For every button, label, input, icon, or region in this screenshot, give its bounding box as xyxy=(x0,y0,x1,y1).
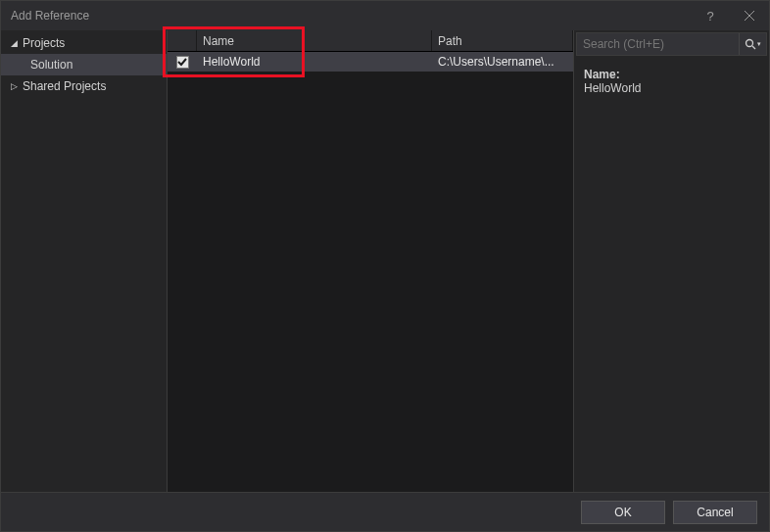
row-checkbox-cell xyxy=(168,56,197,69)
sidebar-item-shared-projects[interactable]: ▷ Shared Projects xyxy=(1,75,167,97)
dialog-footer: OK Cancel xyxy=(1,492,769,531)
details-panel: ▾ Name: HelloWorld xyxy=(573,30,769,492)
row-path-cell: C:\Users\Username\... xyxy=(432,55,573,69)
sidebar: ◢ Projects Solution ▷ Shared Projects xyxy=(1,30,168,492)
search-input[interactable] xyxy=(577,37,739,51)
ok-button-label: OK xyxy=(614,506,631,519)
list-header: Name Path xyxy=(168,30,573,52)
cancel-button-label: Cancel xyxy=(697,506,733,519)
sidebar-item-solution[interactable]: Solution xyxy=(1,54,167,75)
details: Name: HelloWorld xyxy=(574,62,769,101)
list-body: HelloWorld C:\Users\Username\... xyxy=(168,52,573,492)
search-box[interactable]: ▾ xyxy=(576,32,767,56)
help-button[interactable]: ? xyxy=(691,1,730,30)
column-checkbox[interactable] xyxy=(168,30,197,51)
ok-button[interactable]: OK xyxy=(581,501,665,524)
dialog-body: ◢ Projects Solution ▷ Shared Projects Na… xyxy=(1,30,769,492)
chevron-right-icon: ▷ xyxy=(9,81,19,91)
row-path: C:\Users\Username\... xyxy=(438,55,554,69)
window-title: Add Reference xyxy=(1,9,691,23)
sidebar-item-label: Projects xyxy=(23,36,65,50)
cancel-button[interactable]: Cancel xyxy=(673,501,757,524)
details-name-label: Name: xyxy=(584,68,759,81)
column-path[interactable]: Path xyxy=(432,30,573,51)
dropdown-caret-icon: ▾ xyxy=(757,40,761,48)
main-wrap: Name Path HelloWorld C:\Users\Username\.… xyxy=(168,30,769,492)
column-name[interactable]: Name xyxy=(197,30,432,51)
svg-point-2 xyxy=(746,40,753,47)
add-reference-dialog: Add Reference ? ◢ Projects Solution ▷ Sh… xyxy=(0,0,770,532)
chevron-down-icon: ◢ xyxy=(9,38,19,48)
titlebar: Add Reference ? xyxy=(1,1,769,30)
column-name-label: Name xyxy=(203,34,234,48)
column-path-label: Path xyxy=(438,34,462,48)
search-button[interactable]: ▾ xyxy=(739,33,766,55)
close-button[interactable] xyxy=(730,1,769,30)
sidebar-item-label: Shared Projects xyxy=(23,79,106,93)
row-name-cell: HelloWorld xyxy=(197,55,432,69)
close-icon xyxy=(745,11,754,21)
check-icon xyxy=(177,57,187,67)
search-icon xyxy=(745,38,756,50)
details-name-value: HelloWorld xyxy=(584,81,759,95)
sidebar-item-label: Solution xyxy=(30,58,72,72)
table-row[interactable]: HelloWorld C:\Users\Username\... xyxy=(168,52,573,72)
svg-line-3 xyxy=(752,46,755,49)
sidebar-item-projects[interactable]: ◢ Projects xyxy=(1,32,167,54)
help-icon: ? xyxy=(706,9,713,24)
row-name: HelloWorld xyxy=(203,55,260,69)
row-checkbox[interactable] xyxy=(176,56,189,69)
reference-list: Name Path HelloWorld C:\Users\Username\.… xyxy=(168,30,573,492)
